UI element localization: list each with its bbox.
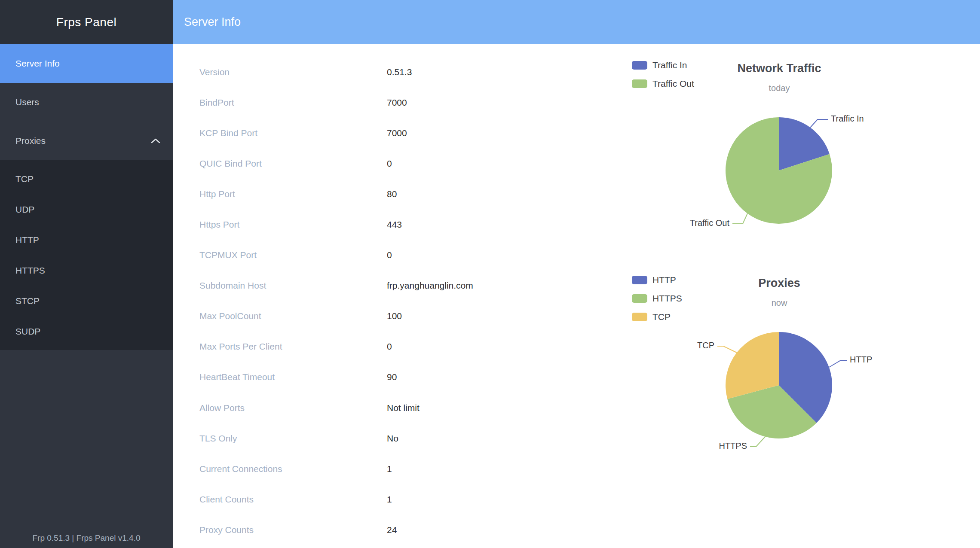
- server-info-row: Max Ports Per Client0: [199, 332, 473, 362]
- info-value: 443: [387, 219, 402, 230]
- info-value: 7000: [387, 128, 407, 138]
- info-value: 90: [387, 372, 397, 382]
- sidebar-item-server-info[interactable]: Server Info: [0, 44, 173, 83]
- info-label: TCPMUX Port: [199, 250, 387, 260]
- main-area: Server Info Version0.51.3BindPort7000KCP…: [173, 0, 980, 548]
- server-info-list: Version0.51.3BindPort7000KCP Bind Port70…: [199, 57, 473, 545]
- pie-label-https: HTTPS: [719, 441, 747, 451]
- info-label: Proxy Counts: [199, 525, 387, 535]
- server-info-row: BindPort7000: [199, 87, 473, 118]
- server-info-row: KCP Bind Port7000: [199, 118, 473, 148]
- info-label: KCP Bind Port: [199, 128, 387, 138]
- info-value: No: [387, 433, 398, 444]
- info-label: Client Counts: [199, 494, 387, 505]
- network-traffic-chart: Network Traffic today Traffic InTraffic …: [623, 56, 935, 247]
- info-value: 0: [387, 341, 392, 352]
- info-label: Allow Ports: [199, 403, 387, 413]
- page-header: Server Info: [173, 0, 980, 44]
- label-leader-line: [732, 213, 747, 224]
- server-info-row: Https Port443: [199, 209, 473, 240]
- info-value: 100: [387, 311, 402, 321]
- sidebar-footer-version: Frp 0.51.3 | Frps Panel v1.4.0: [32, 533, 140, 543]
- proxies-submenu: TCP UDP HTTP HTTPS STCP SUDP: [0, 160, 173, 350]
- server-info-row: Version0.51.3: [199, 57, 473, 87]
- sidebar-item-sudp[interactable]: SUDP: [0, 316, 173, 347]
- info-value: 0.51.3: [387, 67, 412, 77]
- server-info-row: Subdomain Hostfrp.yanghuanglin.com: [199, 271, 473, 301]
- proxies-chart: Proxies now HTTPHTTPSTCP HTTPHTTPSTCP: [623, 271, 935, 477]
- server-info-row: Current Connections1: [199, 454, 473, 484]
- info-label: Max Ports Per Client: [199, 341, 387, 352]
- pie-chart-canvas[interactable]: Traffic InTraffic Out: [623, 56, 935, 247]
- pie-label-traffic-in: Traffic In: [831, 114, 864, 123]
- info-value: 80: [387, 189, 397, 199]
- label-leader-line: [717, 346, 737, 353]
- app-title: Frps Panel: [0, 0, 173, 44]
- sidebar-item-proxies[interactable]: Proxies: [0, 122, 173, 160]
- page-title: Server Info: [184, 15, 241, 29]
- info-label: Http Port: [199, 189, 387, 199]
- server-info-row: Client Counts1: [199, 484, 473, 515]
- sidebar-item-https[interactable]: HTTPS: [0, 255, 173, 286]
- pie-label-tcp: TCP: [697, 341, 714, 350]
- server-info-row: HeartBeat Timeout90: [199, 362, 473, 393]
- server-info-row: TCPMUX Port0: [199, 240, 473, 271]
- server-info-row: TLS OnlyNo: [199, 423, 473, 454]
- label-leader-line: [750, 437, 765, 447]
- server-info-row: QUIC Bind Port0: [199, 148, 473, 179]
- sidebar: Frps Panel Server Info Users Proxies TCP…: [0, 0, 173, 548]
- info-label: TLS Only: [199, 433, 387, 444]
- frps-panel-app: Frps Panel Server Info Users Proxies TCP…: [0, 0, 980, 548]
- info-value: 0: [387, 158, 392, 169]
- info-label: Max PoolCount: [199, 311, 387, 321]
- sidebar-item-label: Proxies: [15, 136, 46, 146]
- info-label: Https Port: [199, 219, 387, 230]
- info-label: Subdomain Host: [199, 280, 387, 291]
- info-label: Version: [199, 67, 387, 77]
- info-label: Current Connections: [199, 464, 387, 474]
- sidebar-item-users[interactable]: Users: [0, 83, 173, 122]
- sidebar-item-label: Server Info: [15, 58, 60, 69]
- info-label: BindPort: [199, 97, 387, 108]
- label-leader-line: [829, 360, 847, 367]
- pie-label-http: HTTP: [850, 355, 872, 364]
- sidebar-item-udp[interactable]: UDP: [0, 194, 173, 225]
- info-value: 24: [387, 525, 397, 535]
- info-value: 1: [387, 494, 392, 505]
- info-value: 7000: [387, 97, 407, 108]
- chevron-up-icon: [150, 138, 161, 144]
- content: Version0.51.3BindPort7000KCP Bind Port70…: [173, 44, 980, 548]
- sidebar-item-http[interactable]: HTTP: [0, 225, 173, 255]
- info-value: Not limit: [387, 403, 420, 413]
- sidebar-item-tcp[interactable]: TCP: [0, 164, 173, 194]
- info-value: frp.yanghuanglin.com: [387, 280, 473, 291]
- sidebar-bottom: Frp 0.51.3 | Frps Panel v1.4.0: [0, 350, 173, 548]
- server-info-row: Proxy Counts24: [199, 515, 473, 545]
- pie-chart-canvas[interactable]: HTTPHTTPSTCP: [623, 271, 935, 477]
- pie-label-traffic-out: Traffic Out: [690, 218, 730, 228]
- info-label: QUIC Bind Port: [199, 158, 387, 169]
- sidebar-item-stcp[interactable]: STCP: [0, 286, 173, 316]
- server-info-row: Http Port80: [199, 179, 473, 209]
- info-value: 0: [387, 250, 392, 260]
- info-value: 1: [387, 464, 392, 474]
- info-label: HeartBeat Timeout: [199, 372, 387, 382]
- label-leader-line: [810, 119, 828, 128]
- server-info-row: Max PoolCount100: [199, 301, 473, 332]
- sidebar-item-label: Users: [15, 97, 39, 107]
- server-info-row: Allow PortsNot limit: [199, 393, 473, 423]
